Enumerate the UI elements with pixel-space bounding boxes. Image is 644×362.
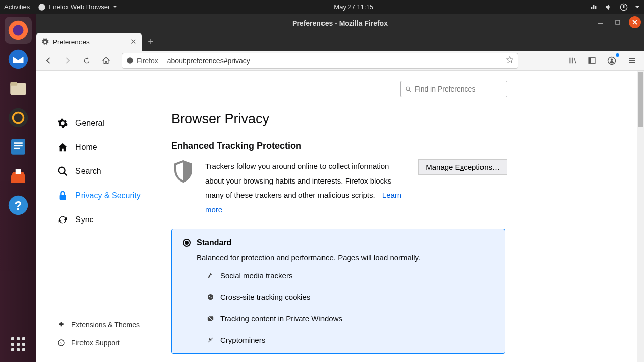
home-button[interactable] (98, 53, 114, 69)
scrollbar-thumb[interactable] (638, 72, 643, 127)
nav-home[interactable]: Home (57, 135, 171, 159)
nav-search[interactable]: Search (57, 159, 171, 184)
tracker-content: Tracking content in Private Windows (207, 314, 494, 323)
nav-sync[interactable]: Sync (57, 208, 171, 232)
url-text: about:preferences#privacy (167, 57, 250, 65)
forward-button[interactable] (59, 53, 75, 69)
page-title: Browser Privacy (171, 111, 624, 127)
volume-icon[interactable] (605, 3, 613, 11)
svg-rect-18 (589, 58, 591, 63)
nav-extensions[interactable]: Extensions & Themes (57, 316, 171, 334)
preferences-main: Browser Privacy Enhanced Tracking Protec… (171, 71, 644, 362)
dock-help[interactable]: ? (5, 192, 32, 219)
svg-rect-15 (616, 20, 620, 24)
svg-rect-11 (14, 148, 20, 149)
svg-rect-8 (11, 139, 25, 155)
dock-software[interactable] (5, 162, 32, 190)
dock-files[interactable] (5, 75, 32, 102)
menu-button[interactable] (624, 53, 640, 69)
dock-writer[interactable] (5, 133, 32, 160)
bookmark-star-icon[interactable] (506, 56, 514, 65)
dock-rhythmbox[interactable] (5, 104, 32, 131)
svg-text:?: ? (15, 199, 22, 212)
search-icon (405, 86, 412, 93)
dock-thunderbird[interactable] (5, 46, 32, 73)
standard-desc: Balanced for protection and performance.… (197, 253, 494, 262)
svg-rect-22 (60, 195, 66, 200)
svg-text:?: ? (60, 341, 63, 345)
firefox-icon (38, 3, 46, 11)
search-input[interactable] (415, 85, 503, 93)
preferences-sidebar: General Home Search Privacy & Security S… (36, 71, 171, 362)
nav-privacy[interactable]: Privacy & Security (57, 184, 171, 208)
svg-point-27 (209, 296, 210, 297)
svg-point-28 (211, 297, 212, 298)
tracker-cookies: Cross-site tracking cookies (207, 293, 494, 301)
svg-point-16 (127, 57, 133, 64)
tracker-crypto: Cryptominers (207, 336, 494, 344)
preferences-content: General Home Search Privacy & Security S… (36, 71, 644, 362)
nav-general[interactable]: General (57, 111, 171, 135)
app-menu[interactable]: Firefox Web Browser (38, 3, 117, 11)
tab-preferences[interactable]: Preferences ✕ (36, 33, 142, 51)
section-title: Enhanced Tracking Protection (171, 141, 624, 151)
scrollbar[interactable] (637, 71, 644, 362)
tab-bar: Preferences ✕ + (36, 33, 644, 51)
back-button[interactable] (40, 53, 56, 69)
sidebar-button[interactable] (584, 53, 600, 69)
standard-label: Standard (197, 238, 231, 247)
power-icon[interactable] (620, 3, 628, 11)
find-in-preferences[interactable] (400, 81, 507, 97)
manage-exceptions-button[interactable]: Manage Exceptions… (418, 159, 507, 175)
svg-point-20 (611, 58, 613, 61)
etp-description: Trackers follow you around online to col… (205, 159, 408, 217)
svg-rect-5 (10, 82, 17, 86)
identity-box[interactable]: Firefox (126, 57, 163, 65)
firefox-window: Preferences - Mozilla Firefox Preference… (36, 14, 644, 362)
standard-radio[interactable] (183, 239, 191, 247)
reload-button[interactable] (78, 53, 95, 69)
library-button[interactable] (564, 53, 580, 69)
svg-point-21 (59, 167, 65, 174)
dock: ? (0, 14, 36, 362)
svg-rect-14 (598, 23, 603, 24)
maximize-button[interactable] (612, 16, 624, 28)
tracker-social: Social media trackers (207, 271, 494, 280)
gnome-top-bar: Activities Firefox Web Browser May 27 11… (0, 0, 644, 14)
etp-standard-card[interactable]: Standard Balanced for protection and per… (171, 229, 505, 354)
window-titlebar: Preferences - Mozilla Firefox (36, 14, 644, 33)
svg-point-26 (208, 294, 213, 300)
navigation-toolbar: Firefox about:preferences#privacy (36, 51, 644, 71)
minimize-button[interactable] (595, 16, 607, 28)
firefox-icon (126, 57, 134, 64)
nav-support[interactable]: ?Firefox Support (57, 334, 171, 352)
window-title: Preferences - Mozilla Firefox (292, 19, 388, 27)
clock[interactable]: May 27 11:15 (117, 3, 590, 11)
new-tab-button[interactable]: + (142, 33, 160, 51)
chevron-down-icon[interactable] (635, 5, 640, 10)
tab-label: Preferences (53, 38, 90, 46)
svg-point-2 (13, 25, 24, 36)
chevron-down-icon (113, 5, 117, 9)
url-bar[interactable]: Firefox about:preferences#privacy (122, 53, 518, 69)
svg-point-0 (39, 4, 45, 10)
svg-point-3 (9, 50, 28, 69)
close-button[interactable] (629, 16, 641, 28)
show-apps-button[interactable] (5, 331, 32, 358)
svg-rect-10 (14, 145, 23, 147)
svg-point-6 (9, 108, 28, 128)
gear-icon (41, 38, 49, 46)
account-button[interactable] (604, 53, 620, 69)
svg-rect-9 (14, 142, 23, 144)
svg-point-25 (406, 87, 410, 90)
shield-icon (171, 159, 195, 186)
dock-firefox[interactable] (5, 17, 32, 44)
network-icon[interactable] (590, 3, 598, 11)
tab-close-icon[interactable]: ✕ (130, 37, 137, 46)
activities-button[interactable]: Activities (4, 3, 30, 11)
